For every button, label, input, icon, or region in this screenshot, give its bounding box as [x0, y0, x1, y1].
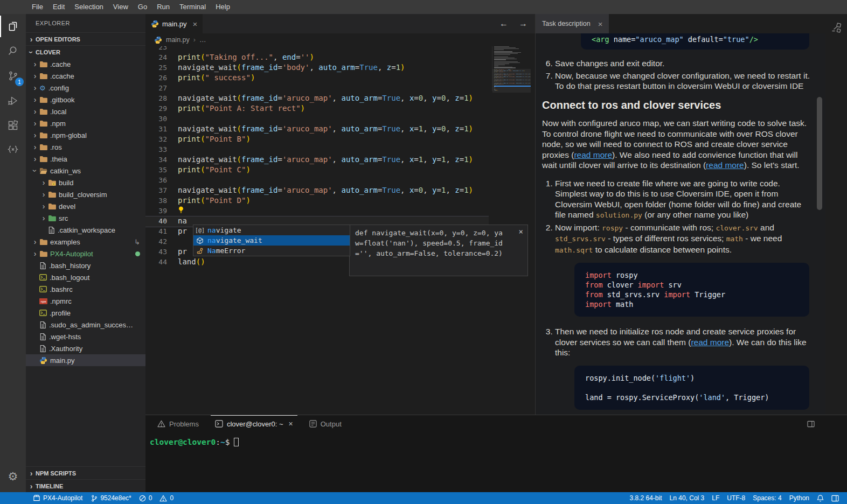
code-line[interactable]: 24print("Taking off...", end=''): [145, 52, 535, 62]
code-line[interactable]: 27: [145, 83, 535, 93]
close-icon[interactable]: ×: [598, 19, 603, 29]
tree-item-profile[interactable]: ›.profile: [26, 307, 145, 319]
code-line[interactable]: 26print(" success"): [145, 73, 535, 83]
chevron-right-icon[interactable]: ›: [39, 202, 48, 211]
code-line[interactable]: 28navigate_wait(frame_id='aruco_map', au…: [145, 93, 535, 103]
chevron-right-icon[interactable]: ›: [31, 237, 39, 246]
chevron-right-icon[interactable]: ›: [31, 83, 39, 92]
activity-search[interactable]: [0, 39, 26, 64]
menu-run[interactable]: Run: [152, 0, 175, 14]
status-python-version[interactable]: 3.8.2 64-bit: [626, 494, 665, 502]
breadcrumb-file[interactable]: main.py: [166, 36, 190, 44]
tree-item-config[interactable]: ›⚙.config: [26, 82, 145, 94]
tree-item-gitbook[interactable]: ›.gitbook: [26, 94, 145, 106]
code-line[interactable]: 30: [145, 114, 535, 124]
minimap-slider[interactable]: [492, 69, 531, 93]
activity-test[interactable]: [0, 138, 26, 163]
code-line[interactable]: 29print("Point A: Start rect"): [145, 103, 535, 114]
terminal[interactable]: clover@clover0:~$: [145, 432, 847, 446]
breadcrumb-tail[interactable]: …: [199, 36, 206, 44]
back-arrow-icon[interactable]: ←: [499, 19, 508, 29]
status-project[interactable]: PX4-Autopilot: [29, 494, 86, 502]
chevron-right-icon[interactable]: ›: [31, 119, 39, 128]
code-line[interactable]: 36: [145, 175, 535, 185]
panel-tab-problems[interactable]: Problems: [153, 415, 203, 432]
menu-edit[interactable]: Edit: [48, 0, 70, 14]
status-eol[interactable]: LF: [708, 494, 723, 502]
close-icon[interactable]: ×: [289, 419, 293, 428]
tree-item-catkin-workspace[interactable]: ›.catkin_workspace: [26, 224, 145, 236]
code-line[interactable]: 39: [145, 206, 535, 216]
tree-item-build-cloversim[interactable]: ›build_cloversim: [26, 188, 145, 200]
code-line[interactable]: 35print("Point C"): [145, 165, 535, 175]
menu-view[interactable]: View: [108, 0, 133, 14]
tree-item-theia[interactable]: ›.theia: [26, 153, 145, 165]
chevron-right-icon[interactable]: ›: [39, 178, 48, 187]
activity-extensions[interactable]: [0, 113, 26, 138]
tab-task-description[interactable]: Task description ×: [536, 14, 609, 33]
task-panel-scrollbar[interactable]: [817, 97, 822, 210]
tree-item-npm[interactable]: ›.npm: [26, 117, 145, 129]
read-more-link[interactable]: read more: [706, 160, 744, 170]
tree-item-cache[interactable]: ›.cache: [26, 58, 145, 70]
activity-debug[interactable]: [0, 88, 26, 113]
lightbulb-icon[interactable]: [178, 206, 184, 214]
tree-item-ros[interactable]: ›.ros: [26, 141, 145, 153]
suggestion-nameerror[interactable]: NameError: [193, 246, 350, 256]
chevron-right-icon[interactable]: ›: [31, 131, 39, 139]
chevron-right-icon[interactable]: ›: [31, 72, 39, 80]
code-line[interactable]: 23: [145, 46, 535, 52]
tree-item-catkin-ws[interactable]: ›catkin_ws: [26, 165, 145, 177]
tree-item-ccache[interactable]: ›.ccache: [26, 70, 145, 82]
chevron-down-icon[interactable]: ›: [31, 166, 39, 175]
status-encoding[interactable]: UTF-8: [723, 494, 749, 502]
status-warnings[interactable]: 0: [156, 494, 177, 502]
menu-selection[interactable]: Selection: [70, 0, 108, 14]
close-icon[interactable]: ×: [519, 227, 523, 237]
status-cursor-position[interactable]: Ln 40, Col 3: [666, 494, 709, 502]
chevron-right-icon[interactable]: ›: [39, 214, 48, 222]
code-line[interactable]: 31navigate_wait(frame_id='aruco_map', au…: [145, 124, 535, 134]
panel-tab-output[interactable]: Output: [305, 415, 346, 432]
menu-help[interactable]: Help: [211, 0, 235, 14]
code-line[interactable]: 32print("Point B"): [145, 134, 535, 144]
suggestion-navigate-wait[interactable]: navigate_wait: [193, 235, 350, 246]
status-editor-layout[interactable]: [828, 495, 843, 502]
toggle-panel-icon[interactable]: [807, 421, 815, 428]
activity-settings[interactable]: ⚙: [0, 464, 26, 489]
code-line[interactable]: 38print("Point D"): [145, 195, 535, 206]
chevron-right-icon[interactable]: ›: [31, 155, 39, 163]
minimap[interactable]: print("Taking off...", end='')navigate_w…: [492, 46, 531, 91]
tree-item-bashrc[interactable]: ›.bashrc: [26, 283, 145, 295]
tree-item-npm-global[interactable]: ›.npm-global: [26, 129, 145, 141]
chevron-right-icon[interactable]: ›: [31, 60, 39, 68]
rightbar-plugin[interactable]: [830, 22, 843, 415]
tree-item-px4-autopilot[interactable]: ›PX4-Autopilot: [26, 248, 145, 260]
status-notifications[interactable]: [813, 494, 828, 502]
tab-main-py[interactable]: main.py ×: [145, 14, 203, 33]
read-more-link[interactable]: read more: [691, 338, 729, 347]
tree-item-sudo-as-admin-succes[interactable]: ›.sudo_as_admin_succes…: [26, 319, 145, 331]
activity-source-control[interactable]: 1: [0, 64, 26, 88]
tree-item-build[interactable]: ›build: [26, 177, 145, 188]
section-npm-scripts[interactable]: ›NPM SCRIPTS: [26, 466, 145, 479]
close-icon[interactable]: ×: [193, 19, 198, 29]
tree-item-src[interactable]: ›src: [26, 212, 145, 224]
status-language-mode[interactable]: Python: [786, 494, 813, 502]
open-editors-section[interactable]: › OPEN EDITORS: [26, 32, 145, 45]
tree-item-wget-hsts[interactable]: ›.wget-hsts: [26, 331, 145, 342]
tree-item-xauthority[interactable]: ›.Xauthority: [26, 342, 145, 354]
tree-item-examples[interactable]: ›examples↳: [26, 236, 145, 248]
status-git-branch[interactable]: 9524e8ec*: [86, 494, 135, 502]
chevron-right-icon[interactable]: ›: [39, 190, 48, 199]
tree-item-local[interactable]: ›.local: [26, 106, 145, 117]
chevron-right-icon[interactable]: ›: [31, 95, 39, 104]
code-line[interactable]: 34navigate_wait(frame_id='aruco_map', au…: [145, 155, 535, 165]
tree-item-npmrc[interactable]: ›npm.npmrc: [26, 295, 145, 307]
tree-item-bash-logout[interactable]: ›.bash_logout: [26, 271, 145, 283]
suggestion-navigate[interactable]: [@]navigate: [193, 225, 350, 235]
forward-arrow-icon[interactable]: →: [519, 19, 527, 29]
tree-item-main-py[interactable]: ›main.py: [26, 354, 145, 366]
chevron-right-icon[interactable]: ›: [31, 249, 39, 258]
status-errors[interactable]: 0: [135, 494, 156, 502]
